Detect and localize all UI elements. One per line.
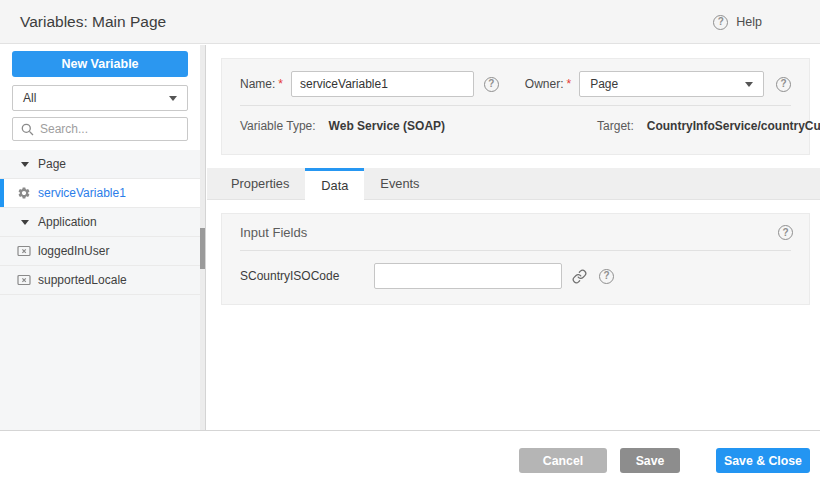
variable-type-label: Variable Type: [240,119,316,133]
sidebar-item-servicevariable1[interactable]: serviceVariable1 [0,179,200,208]
footer-bar: Cancel Save Save & Close [0,431,820,489]
target-value: CountryInfoService/countryCurrency [647,119,820,133]
name-owner-row: Name:* Owner:* Page [240,71,791,97]
tab-events[interactable]: Events [364,168,435,199]
owner-select[interactable]: Page [579,71,764,97]
web-service-gear-icon [17,186,31,200]
owner-select-value: Page [590,77,618,91]
group-label: Application [38,215,97,229]
owner-label: Owner:* [525,77,571,91]
name-help-icon[interactable] [484,77,499,92]
group-label: Page [38,157,66,171]
input-fields-title: Input Fields [240,225,307,240]
expand-caret-icon [21,162,29,167]
filter-select-value: All [23,91,36,105]
chevron-down-icon [745,82,753,87]
sidebar-item-supportedlocale[interactable]: supportedLocale [0,266,200,295]
variables-dialog: Variables: Main Page Help New Variable A… [0,0,820,489]
owner-help-icon[interactable] [776,77,791,92]
name-input[interactable] [291,71,474,97]
input-fields-header: Input Fields [240,225,793,240]
input-fields-card: Input Fields SCountryISOCode [221,213,810,305]
page-title: Variables: Main Page [20,0,166,44]
tree-item-label: serviceVariable1 [38,186,126,200]
variable-detail-panel: Name:* Owner:* Page Variable Type: Web S… [207,45,820,430]
search-input[interactable] [40,122,179,136]
expand-caret-icon [21,220,29,225]
sidebar-scrollbar-thumb[interactable] [200,228,205,269]
field-row: SCountryISOCode [240,263,791,289]
required-asterisk: * [566,77,571,91]
bind-link-button[interactable] [572,269,587,284]
variable-icon [17,273,31,287]
divider [240,105,791,106]
search-box[interactable] [12,117,188,141]
name-label: Name:* [240,77,283,91]
save-and-close-button[interactable]: Save & Close [716,448,810,473]
chevron-down-icon [169,96,177,101]
field-label: SCountryISOCode [240,269,374,283]
type-target-row: Variable Type: Web Service (SOAP) Target… [240,119,791,133]
required-asterisk: * [278,77,283,91]
target-label: Target: [597,119,634,133]
tree-item-label: loggedInUser [38,244,109,258]
field-value-input[interactable] [374,263,562,289]
input-fields-help-icon[interactable] [778,225,793,240]
sidebar-group-page[interactable]: Page [0,150,200,179]
variable-summary-card: Name:* Owner:* Page Variable Type: Web S… [221,58,810,155]
variable-type-value: Web Service (SOAP) [329,119,445,133]
tab-properties[interactable]: Properties [215,168,305,199]
tab-data[interactable]: Data [305,168,364,200]
search-icon [21,123,34,136]
header-bar: Variables: Main Page Help [0,0,820,44]
cancel-button[interactable]: Cancel [519,448,607,473]
new-variable-button[interactable]: New Variable [12,51,188,77]
tree-item-label: supportedLocale [38,273,127,287]
detail-tabs: Properties Data Events [207,168,820,200]
variables-tree: Page serviceVariable1 Application logged… [0,150,200,430]
save-button[interactable]: Save [620,448,680,473]
filter-select[interactable]: All [12,85,188,111]
variables-sidebar: New Variable All Page serviceVariable1 [0,45,206,430]
sidebar-scrollbar-track [200,45,205,430]
help-link[interactable]: Help [713,0,762,44]
sidebar-group-application[interactable]: Application [0,208,200,237]
link-icon [572,269,587,284]
field-help-icon[interactable] [599,269,614,284]
variable-icon [17,244,31,258]
sidebar-item-loggedinuser[interactable]: loggedInUser [0,237,200,266]
divider [240,250,791,251]
help-label: Help [736,15,762,29]
help-icon [713,15,728,30]
